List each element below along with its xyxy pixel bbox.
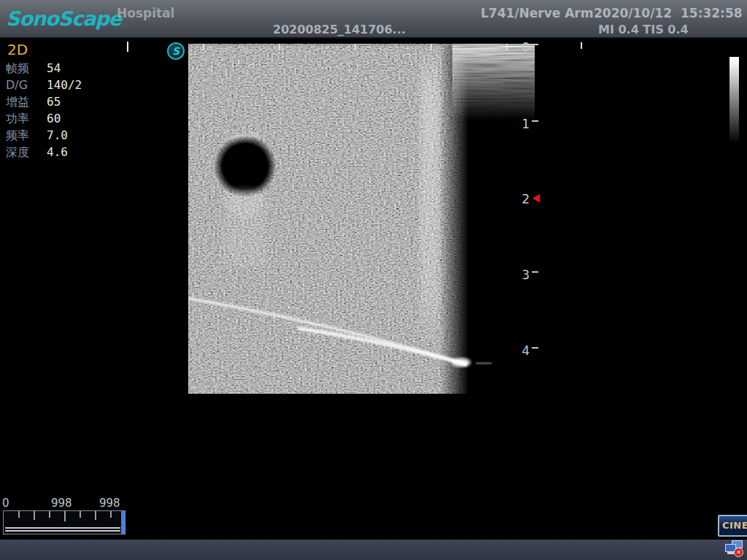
- cine-position-thumb[interactable]: [121, 511, 125, 534]
- cine-scale-mid: 998: [51, 497, 72, 510]
- cine-scale-end: 998: [99, 497, 120, 510]
- param-label-frequency: 频率: [6, 128, 29, 144]
- system-time: 15:32:58: [681, 6, 743, 20]
- slider-tick: [18, 511, 20, 518]
- reverberation-band: [452, 44, 535, 120]
- depth-tick-1: 1: [514, 117, 530, 131]
- acoustic-output-indices: MI 0.4 TIS 0.4: [598, 23, 689, 36]
- network-status-icon[interactable]: ✕: [724, 540, 746, 559]
- param-value-gain: 65: [47, 95, 61, 109]
- param-value-dynamic-range: 140/2: [47, 78, 82, 92]
- param-label-gain: 增益: [6, 95, 29, 110]
- param-label-depth: 深度: [6, 145, 29, 160]
- text-cursor: [127, 42, 128, 52]
- param-label-frame-rate: 帧频: [6, 61, 29, 77]
- focus-position-marker: [533, 194, 540, 203]
- slider-tick: [95, 511, 96, 520]
- probe-orientation-marker: [581, 42, 582, 49]
- top-status-bar: SonoScape Hospital 20200825_141706... L7…: [0, 0, 747, 39]
- exam-id: 20200825_141706...: [273, 23, 406, 36]
- posterior-enhancement: [225, 188, 266, 217]
- slider-tick: [110, 511, 112, 518]
- mode-label: 2D: [7, 41, 28, 58]
- probe-preset: L741/Nerve Arm: [481, 6, 593, 20]
- depth-tick-mark: [532, 44, 538, 45]
- depth-tick-0: 0: [514, 40, 530, 55]
- param-value-frequency: 7.0: [47, 128, 68, 142]
- slider-rail: [5, 527, 120, 532]
- param-value-depth: 4.6: [47, 145, 68, 159]
- slider-tick: [34, 511, 35, 520]
- hospital-name: Hospital: [117, 6, 174, 20]
- depth-tick-mark: [532, 120, 538, 122]
- depth-tick-2: 2: [514, 192, 530, 206]
- depth-tick-mark: [532, 271, 538, 273]
- system-date: 2020/10/12: [594, 6, 672, 20]
- slider-tick: [80, 511, 81, 518]
- grayscale-map-bar: [729, 57, 739, 146]
- depth-tick-3: 3: [514, 268, 530, 282]
- brand-logo: SonoScape: [6, 7, 121, 30]
- depth-tick-mark: [532, 347, 538, 349]
- cine-scale-start: 0: [2, 497, 9, 510]
- param-label-power: 功率: [6, 112, 29, 127]
- network-error-badge: ✕: [734, 548, 743, 557]
- bottom-task-bar: [0, 540, 747, 560]
- slider-tick: [64, 511, 66, 521]
- monitor-stand: [727, 552, 734, 554]
- ultrasound-image[interactable]: [188, 44, 535, 394]
- cine-frame-slider[interactable]: [3, 510, 125, 534]
- slider-tick: [49, 511, 50, 518]
- cine-button[interactable]: CINE: [718, 515, 747, 537]
- vertical-artifact-streak: [420, 47, 439, 350]
- param-value-power: 60: [47, 112, 61, 125]
- sonoscape-s-icon: S: [167, 42, 185, 60]
- param-value-frame-rate: 54: [47, 61, 61, 75]
- depth-tick-4: 4: [514, 343, 530, 358]
- param-label-dynamic-range: D/G: [6, 78, 28, 92]
